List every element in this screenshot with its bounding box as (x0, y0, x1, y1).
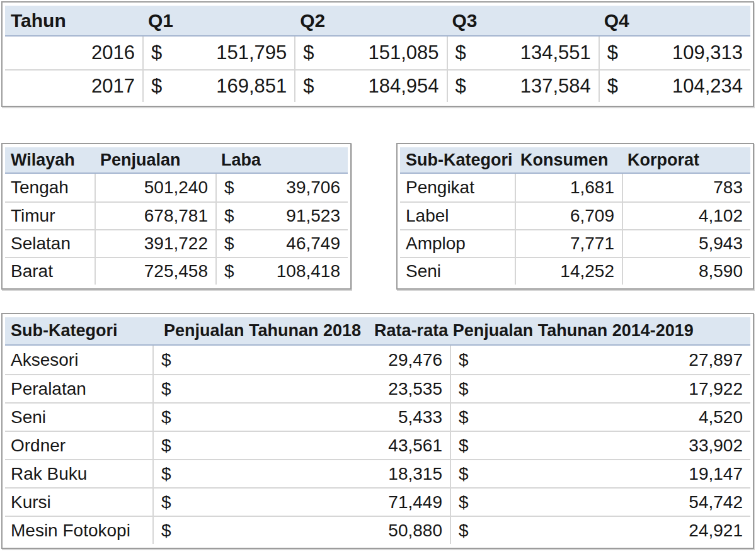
cell-value: 104,234 (672, 75, 743, 98)
table-row-2016: 2016 $ 151,795 $ 151,085 $ 134,551 $ 109… (5, 37, 750, 69)
table-row-rak-buku: Rak Buku $ 18,315 $ 19,147 (5, 459, 750, 487)
sales-2018-cell: $ 43,561 (152, 432, 450, 459)
currency-symbol: $ (459, 436, 469, 456)
table-row-seni-annual: Seni $ 5,433 $ 4,520 (5, 402, 750, 431)
currency-symbol: $ (161, 350, 171, 370)
korporat-cell: 8,590 (622, 258, 750, 285)
column-header-q1: Q1 (142, 10, 294, 31)
currency-symbol: $ (224, 178, 234, 198)
table-row-tengah: Tengah 501,240 $ 39,706 (5, 174, 348, 201)
region-label: Barat (5, 258, 94, 285)
table-row-pengikat: Pengikat 1,681 783 (400, 174, 750, 201)
q1-cell: $ 169,851 (142, 71, 294, 102)
currency-symbol: $ (224, 206, 234, 226)
sales-2018-cell: $ 5,433 (152, 404, 450, 431)
cell-value: 109,313 (672, 42, 743, 64)
column-header-korporat: Korporat (622, 150, 750, 170)
currency-symbol: $ (161, 492, 171, 512)
column-header-sub-kategori: Sub-Kategori (400, 150, 515, 170)
korporat-cell: 783 (622, 174, 750, 201)
subcategory-label: Seni (5, 404, 152, 431)
subcategory-label: Label (400, 203, 515, 229)
currency-symbol: $ (151, 42, 162, 64)
avg-sales-cell: $ 17,922 (450, 375, 750, 402)
korporat-cell: 5,943 (622, 230, 750, 257)
laba-cell: $ 46,749 (215, 230, 348, 257)
currency-symbol: $ (455, 75, 466, 98)
currency-symbol: $ (151, 75, 162, 98)
table-row-peralatan: Peralatan $ 23,535 $ 17,922 (5, 374, 750, 402)
sales-2018-cell: $ 23,535 (152, 375, 450, 402)
currency-symbol: $ (607, 75, 618, 98)
column-header-q3: Q3 (447, 10, 598, 31)
table-row-aksesori: Aksesori $ 29,476 $ 27,897 (5, 346, 750, 374)
column-header-penjualan: Penjualan (94, 150, 215, 170)
currency-symbol: $ (459, 350, 469, 370)
sales-2018-cell: $ 50,880 (152, 517, 450, 544)
currency-symbol: $ (455, 42, 466, 64)
cell-value: 23,535 (388, 379, 442, 399)
penjualan-cell: 501,240 (94, 174, 215, 201)
penjualan-cell: 725,458 (94, 258, 215, 285)
subcategory-label: Pengikat (400, 174, 515, 201)
q1-cell: $ 151,795 (142, 37, 294, 69)
column-header-laba: Laba (215, 150, 348, 170)
subcategory-label: Amplop (400, 230, 515, 257)
column-header-sub-kategori: Sub-Kategori (5, 321, 158, 341)
cell-value: 50,880 (388, 521, 442, 541)
cell-value: 91,523 (286, 206, 340, 226)
konsumen-cell: 6,709 (515, 203, 622, 229)
laba-cell: $ 108,418 (215, 258, 348, 285)
avg-sales-cell: $ 24,921 (450, 517, 750, 544)
konsumen-cell: 7,771 (515, 230, 622, 257)
annual-sales-table: Sub-Kategori Penjualan Tahunan 2018 Rata… (1, 313, 754, 549)
sales-2018-cell: $ 29,476 (152, 346, 450, 374)
q2-cell: $ 151,085 (294, 37, 446, 69)
cell-value: 29,476 (388, 350, 442, 370)
subcategory-label: Peralatan (5, 375, 152, 402)
cell-value: 19,147 (689, 464, 743, 484)
cell-value: 134,551 (520, 42, 591, 64)
subcategory-label: Mesin Fotokopi (5, 517, 152, 544)
table-row-seni: Seni 14,252 8,590 (400, 257, 750, 285)
laba-cell: $ 91,523 (215, 203, 348, 229)
avg-sales-cell: $ 19,147 (450, 460, 750, 487)
currency-symbol: $ (224, 261, 234, 281)
q2-cell: $ 184,954 (294, 71, 446, 102)
cell-value: 151,085 (368, 42, 438, 64)
penjualan-cell: 391,722 (94, 230, 215, 257)
cell-value: 46,749 (286, 234, 340, 254)
avg-sales-cell: $ 33,902 (450, 432, 750, 459)
currency-symbol: $ (161, 407, 171, 427)
q3-cell: $ 137,584 (447, 71, 598, 102)
subcategory-label: Kursi (5, 489, 152, 516)
avg-sales-cell: $ 27,897 (450, 346, 750, 374)
annual-table-header: Sub-Kategori Penjualan Tahunan 2018 Rata… (5, 317, 750, 346)
cell-value: 54,742 (689, 492, 743, 512)
subcategory-label: Rak Buku (5, 460, 152, 487)
column-header-q2: Q2 (294, 10, 446, 31)
currency-symbol: $ (303, 42, 314, 64)
konsumen-cell: 1,681 (515, 174, 622, 201)
currency-symbol: $ (224, 234, 234, 254)
year-cell: 2016 (5, 37, 142, 69)
spreadsheet-tables-page: { "currency_symbol": "$", "colors": { "h… (0, 0, 756, 554)
region-label: Timur (5, 203, 94, 229)
cell-value: 71,449 (388, 492, 442, 512)
column-header-wilayah: Wilayah (5, 150, 94, 170)
cell-value: 17,922 (689, 379, 743, 399)
cell-value: 33,902 (689, 436, 743, 456)
region-table-header: Wilayah Penjualan Laba (5, 147, 348, 174)
region-sales-table: Wilayah Penjualan Laba Tengah 501,240 $ … (1, 143, 352, 290)
q3-cell: $ 134,551 (447, 37, 598, 69)
sales-2018-cell: $ 71,449 (152, 489, 450, 516)
subcategory-label: Seni (400, 258, 515, 285)
currency-symbol: $ (161, 521, 171, 541)
subcategory-segment-table: Sub-Kategori Konsumen Korporat Pengikat … (396, 143, 754, 290)
column-header-konsumen: Konsumen (515, 150, 622, 170)
table-row-selatan: Selatan 391,722 $ 46,749 (5, 229, 348, 257)
column-header-q4: Q4 (598, 10, 750, 31)
table-row-barat: Barat 725,458 $ 108,418 (5, 257, 348, 285)
currency-symbol: $ (161, 464, 171, 484)
korporat-cell: 4,102 (622, 203, 750, 229)
